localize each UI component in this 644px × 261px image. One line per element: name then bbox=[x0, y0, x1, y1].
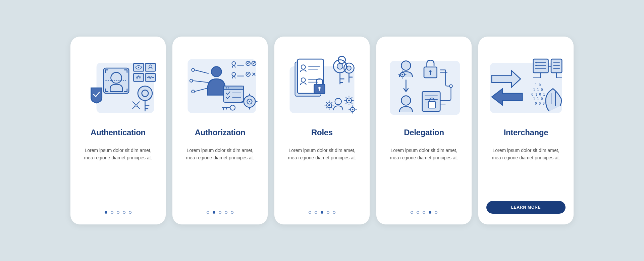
screen-title: Authentication bbox=[78, 128, 158, 137]
interchange-illustration: 1 0 1 1 0 0 1 0 1 1 1 0 0 0 0 bbox=[486, 47, 566, 121]
svg-point-72 bbox=[347, 66, 351, 70]
dot-2[interactable] bbox=[315, 211, 317, 214]
dot-1[interactable] bbox=[105, 211, 107, 214]
screen-title: Authorization bbox=[180, 128, 260, 137]
delegation-icon bbox=[384, 48, 464, 120]
dot-4[interactable] bbox=[429, 211, 431, 214]
svg-rect-9 bbox=[133, 73, 144, 82]
learn-more-button[interactable]: LEARN MORE bbox=[486, 201, 566, 214]
svg-point-77 bbox=[328, 104, 330, 106]
svg-text:0 1 0 1: 0 1 0 1 bbox=[531, 92, 545, 96]
pagination-dots bbox=[282, 204, 362, 214]
authentication-icon bbox=[78, 48, 158, 120]
dot-3[interactable] bbox=[219, 211, 221, 214]
dot-3[interactable] bbox=[321, 211, 323, 214]
screen-authorization: Authorization Lorem ipsum dolor sit dim … bbox=[172, 37, 268, 224]
svg-rect-97 bbox=[533, 59, 548, 73]
svg-point-39 bbox=[228, 87, 229, 88]
screen-desc: Lorem ipsum dolor sit dim amet, mea regi… bbox=[384, 147, 464, 162]
roles-icon bbox=[282, 48, 362, 120]
svg-point-67 bbox=[337, 63, 343, 69]
screen-desc: Lorem ipsum dolor sit dim amet, mea regi… bbox=[78, 147, 158, 162]
dot-5[interactable] bbox=[129, 211, 131, 214]
dot-4[interactable] bbox=[327, 211, 329, 214]
authorization-icon bbox=[180, 48, 260, 120]
dot-4[interactable] bbox=[225, 211, 227, 214]
delegation-illustration bbox=[384, 47, 464, 121]
dot-2[interactable] bbox=[111, 211, 113, 214]
roles-illustration bbox=[282, 47, 362, 121]
dot-3[interactable] bbox=[117, 211, 119, 214]
svg-point-102 bbox=[536, 65, 537, 66]
svg-text:0 0 0: 0 0 0 bbox=[535, 102, 545, 105]
svg-rect-103 bbox=[551, 59, 562, 73]
dot-2[interactable] bbox=[213, 211, 215, 214]
screen-title: Delegation bbox=[384, 128, 464, 137]
screen-desc: Lorem ipsum dolor sit dim amet, mea regi… bbox=[282, 147, 362, 162]
screen-desc: Lorem ipsum dolor sit dim amet, mea regi… bbox=[180, 147, 260, 162]
dot-1[interactable] bbox=[411, 211, 413, 214]
svg-point-22 bbox=[211, 66, 221, 76]
svg-point-11 bbox=[138, 86, 152, 100]
svg-text:1 1 0: 1 1 0 bbox=[533, 88, 543, 91]
svg-text:1 0: 1 0 bbox=[535, 83, 541, 87]
svg-text:1 1 0: 1 1 0 bbox=[533, 97, 543, 101]
svg-point-81 bbox=[352, 109, 353, 110]
svg-point-38 bbox=[226, 87, 227, 88]
dot-5[interactable] bbox=[333, 211, 335, 214]
onboarding-screens: Authentication Lorem ipsum dolor sit dim… bbox=[70, 37, 574, 224]
svg-point-44 bbox=[249, 101, 250, 102]
dot-5[interactable] bbox=[435, 211, 437, 214]
authentication-illustration bbox=[78, 47, 158, 121]
svg-point-86 bbox=[401, 96, 411, 105]
screen-delegation: Delegation Lorem ipsum dolor sit dim ame… bbox=[376, 37, 472, 224]
authorization-illustration bbox=[180, 47, 260, 121]
interchange-icon: 1 0 1 1 0 0 1 0 1 1 1 0 0 0 0 bbox=[486, 48, 566, 120]
dot-1[interactable] bbox=[207, 211, 209, 214]
svg-point-85 bbox=[401, 74, 403, 75]
dot-5[interactable] bbox=[231, 211, 233, 214]
dot-2[interactable] bbox=[417, 211, 419, 214]
screen-roles: Roles Lorem ipsum dolor sit dim amet, me… bbox=[274, 37, 370, 224]
svg-point-83 bbox=[401, 61, 411, 70]
dot-3[interactable] bbox=[423, 211, 425, 214]
dot-1[interactable] bbox=[309, 211, 311, 214]
svg-rect-94 bbox=[428, 101, 435, 108]
svg-point-79 bbox=[348, 100, 350, 101]
screen-authentication: Authentication Lorem ipsum dolor sit dim… bbox=[70, 37, 166, 224]
screen-interchange: 1 0 1 1 0 0 1 0 1 1 1 0 0 0 0 Interchang… bbox=[478, 37, 574, 224]
svg-point-101 bbox=[536, 62, 537, 63]
dot-4[interactable] bbox=[123, 211, 125, 214]
pagination-dots bbox=[78, 204, 158, 214]
pagination-dots bbox=[180, 204, 260, 214]
screen-title: Interchange bbox=[486, 128, 566, 137]
pagination-dots bbox=[384, 204, 464, 214]
screen-desc: Lorem ipsum dolor sit dim amet, mea regi… bbox=[486, 147, 566, 162]
screen-title: Roles bbox=[282, 128, 362, 137]
svg-point-6 bbox=[138, 66, 139, 68]
